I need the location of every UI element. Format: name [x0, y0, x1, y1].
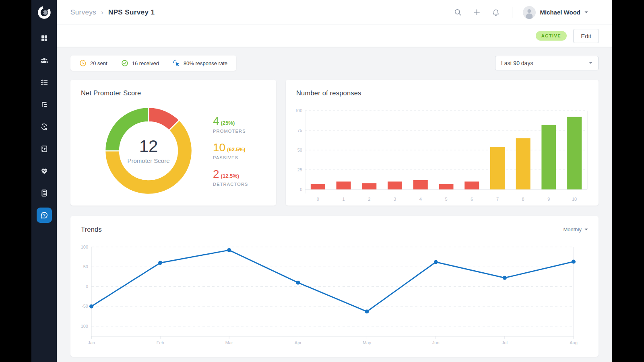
brand-logo-icon	[37, 5, 52, 20]
svg-text:Jan: Jan	[88, 340, 95, 345]
bar-1	[336, 181, 351, 189]
legend-promoters: 4(25%) PROMOTERS	[213, 115, 248, 134]
bar-8	[516, 138, 530, 189]
svg-text:Jun: Jun	[432, 340, 440, 345]
trends-period-value: Monthly	[563, 226, 582, 232]
screenshot-stage: ? Surveys › NPS Survey 1	[0, 0, 644, 362]
bar-10	[567, 117, 582, 189]
promoters-label: PROMOTERS	[213, 129, 248, 134]
trends-card-title: Trends	[81, 226, 102, 233]
notifications-button[interactable]	[490, 7, 502, 18]
checklist-icon	[40, 78, 48, 86]
responses-card-title: Number of responses	[296, 89, 588, 97]
status-badge: ACTIVE	[536, 31, 567, 41]
app-window: ? Surveys › NPS Survey 1	[31, 0, 612, 362]
chat-question-icon: ?	[40, 211, 48, 219]
date-range-select[interactable]: Last 90 days	[495, 56, 599, 70]
stat-response-rate-label: 80% response rate	[184, 60, 227, 66]
chevron-down-icon	[584, 11, 588, 14]
svg-text:2: 2	[368, 197, 370, 202]
sync-refresh-icon	[40, 123, 48, 131]
sidebar-item-contacts[interactable]	[37, 53, 52, 68]
bell-icon	[492, 8, 500, 16]
stat-response-rate: 80% response rate	[173, 60, 227, 67]
sidebar-item-health[interactable]	[37, 163, 52, 179]
trend-point-aug	[572, 259, 576, 263]
responses-card: Number of responses 02550751000123456789…	[286, 80, 599, 206]
add-button[interactable]	[471, 7, 482, 18]
dashboard-grid-icon	[40, 34, 48, 42]
stats-row: 20 sent 16 received	[70, 56, 599, 71]
svg-text:Apr: Apr	[295, 340, 301, 345]
svg-text:0: 0	[317, 197, 319, 202]
breadcrumb-surveys-link[interactable]: Surveys	[70, 8, 96, 16]
user-menu[interactable]: Michael Wood	[523, 6, 588, 19]
sidebar-item-surveys[interactable]	[37, 75, 52, 90]
bar-2	[362, 183, 376, 189]
sidebar-item-library[interactable]	[37, 141, 52, 156]
detractors-percent: (12.5%)	[221, 173, 239, 179]
trends-period-select[interactable]: Monthly	[563, 226, 588, 232]
cursor-click-icon	[173, 60, 180, 67]
search-icon	[454, 8, 462, 16]
chevron-down-icon	[584, 228, 588, 231]
bar-chart-svg: 0255075100012345678910	[296, 103, 588, 205]
sidebar-item-hierarchy[interactable]	[37, 97, 52, 112]
sidebar-item-sync[interactable]	[37, 119, 52, 134]
nps-card-body: 12 Promoter Score 4(25%) PROMOTERS	[81, 106, 266, 196]
top-cards-row: Net Promoter Score 12 Promoter Score	[70, 80, 599, 206]
page-title: NPS Survey 1	[108, 8, 155, 16]
edit-button[interactable]: Edit	[573, 29, 599, 43]
legend-passives: 10(62.5%) PASSIVES	[213, 142, 248, 160]
search-button[interactable]	[452, 7, 463, 18]
trend-point-feb	[158, 261, 162, 265]
bar-4	[413, 180, 428, 189]
svg-text:100: 100	[296, 108, 302, 113]
svg-text:May: May	[363, 340, 371, 345]
svg-text:25: 25	[297, 167, 302, 172]
top-header: Surveys › NPS Survey 1	[57, 0, 612, 25]
bar-0	[311, 184, 325, 189]
app-logo[interactable]	[37, 5, 52, 20]
plus-icon	[473, 8, 481, 16]
svg-text:9: 9	[547, 197, 550, 202]
svg-text:0: 0	[86, 284, 88, 289]
trends-card-header: Trends Monthly	[81, 226, 588, 233]
svg-text:50: 50	[297, 148, 302, 152]
passives-count: 10	[213, 141, 225, 154]
promoters-count: 4	[213, 115, 219, 127]
line-chart-svg: 100500-50-100JanFebMarAprMayJunJulAug	[81, 239, 588, 347]
svg-text:Feb: Feb	[157, 340, 164, 345]
trends-line-chart: 100500-50-100JanFebMarAprMayJunJulAug	[81, 239, 588, 348]
stats-bar: 20 sent 16 received	[70, 56, 236, 71]
trends-card: Trends Monthly 100500-50-100JanFebMarApr…	[70, 216, 599, 357]
users-group-icon	[40, 56, 48, 64]
bar-7	[490, 147, 505, 189]
detractors-label: DETRACTORS	[213, 182, 248, 187]
svg-text:6: 6	[471, 197, 473, 202]
sidebar-item-feedback[interactable]: ?	[37, 208, 52, 223]
trend-point-jan	[89, 304, 93, 309]
dashboard-main: 20 sent 16 received	[57, 47, 612, 362]
svg-text:1: 1	[343, 197, 345, 202]
stat-received: 16 received	[121, 60, 159, 67]
bar-3	[388, 181, 402, 189]
bar-5	[439, 184, 454, 189]
date-range-value: Last 90 days	[501, 60, 533, 66]
svg-text:4: 4	[419, 197, 422, 202]
detractors-count: 2	[213, 168, 219, 180]
trend-line	[91, 250, 574, 312]
breadcrumb: Surveys › NPS Survey 1	[70, 8, 155, 16]
sidebar-item-calculator[interactable]	[37, 185, 52, 201]
sidebar-item-dashboard[interactable]	[37, 31, 52, 46]
svg-text:-50: -50	[82, 304, 88, 309]
header-actions: Michael Wood	[452, 6, 588, 19]
svg-text:Aug: Aug	[570, 340, 578, 345]
svg-text:50: 50	[83, 264, 88, 269]
svg-text:8: 8	[522, 197, 524, 202]
heart-pulse-icon	[40, 167, 48, 175]
clock-icon	[79, 60, 87, 67]
person-icon	[523, 6, 536, 19]
nps-score-card: Net Promoter Score 12 Promoter Score	[70, 80, 276, 206]
svg-text:100: 100	[81, 245, 88, 249]
